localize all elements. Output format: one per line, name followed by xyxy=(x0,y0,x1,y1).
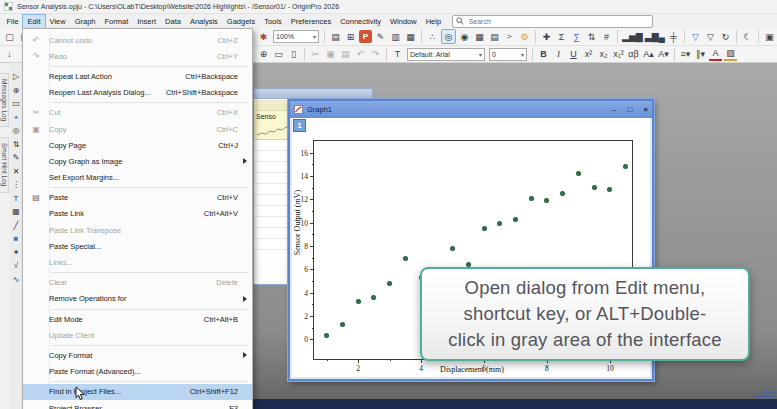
statistics-icon[interactable]: ∑ xyxy=(570,30,583,43)
menu-data[interactable]: Data xyxy=(161,15,186,28)
edit-menu-item-set-export-margins[interactable]: Set Export Margins... xyxy=(23,170,252,186)
line-tool-icon[interactable]: ╱ xyxy=(14,222,19,230)
menu-format[interactable]: Format xyxy=(100,15,133,28)
column-chart-icon[interactable]: ▂▅▇ xyxy=(622,30,643,43)
menu-view[interactable]: View xyxy=(45,15,70,28)
edit-menu-item-remove-operations-for[interactable]: Remove Operations for xyxy=(23,291,252,307)
font-style-icon[interactable]: T xyxy=(391,48,404,61)
reader-tool-icon[interactable]: ◎ xyxy=(13,127,20,135)
dark-mode-icon[interactable]: ☾ xyxy=(741,30,754,43)
feature-link[interactable]: >>Fe xyxy=(756,388,775,397)
data-point[interactable] xyxy=(324,333,329,338)
edit-menu-item-copy-page[interactable]: Copy PageCtrl+J xyxy=(23,137,252,153)
edit-menu-item-copy-graph-as-image[interactable]: Copy Graph as Image xyxy=(23,153,252,169)
undo-icon[interactable]: ↶ xyxy=(354,48,367,61)
data-selector-tool-icon[interactable]: ⇅ xyxy=(13,141,20,149)
data-point[interactable] xyxy=(340,322,345,327)
equation-tool-icon[interactable]: √ xyxy=(14,262,18,270)
crosshair-tool-icon[interactable]: + xyxy=(14,114,19,122)
zoom-data-icon[interactable]: ◉ xyxy=(458,30,471,43)
menu-graph[interactable]: Graph xyxy=(70,15,100,28)
add-column-icon[interactable]: ✚ xyxy=(540,30,553,43)
increase-font-button[interactable]: A▴ xyxy=(642,48,655,61)
close-button[interactable]: × xyxy=(643,106,648,114)
edit-menu-item-paste[interactable]: ▤PasteCtrl+V xyxy=(23,190,252,206)
cut-icon[interactable]: ✂ xyxy=(309,48,322,61)
menu-preferences[interactable]: Preferences xyxy=(286,15,335,28)
new-project-icon[interactable]: ▢ xyxy=(3,30,16,43)
zoom-tool-icon[interactable]: ◎ xyxy=(441,29,456,44)
reimport-icon[interactable]: ↻ xyxy=(719,30,732,43)
edit-menu-item-paste-link[interactable]: Paste LinkCtrl+Alt+V xyxy=(23,206,252,222)
edit-menu-item-reopen-last-analysis-dialog[interactable]: Reopen Last Analysis Dialog...Ctrl+Shift… xyxy=(23,85,252,101)
menu-help[interactable]: Help xyxy=(421,15,445,28)
font-size-select[interactable]: 0▾ xyxy=(489,48,527,61)
new-layout-icon[interactable]: ▭ xyxy=(272,48,285,61)
subscript-button[interactable]: x₂ xyxy=(597,48,610,61)
dock-tab-messages-log[interactable]: Messages Log xyxy=(0,73,9,127)
spacing-menu-button[interactable]: ∥▾ xyxy=(694,48,707,61)
menu-insert[interactable]: Insert xyxy=(133,15,161,28)
underline-button[interactable]: U xyxy=(567,48,580,61)
format-numbers-icon[interactable]: # xyxy=(600,30,613,43)
graph-window-title-bar[interactable]: Graph1 – □ × xyxy=(290,101,652,118)
edit-menu-item-project-browser[interactable]: Project Browser...F3 xyxy=(23,400,252,409)
edit-menu-item-paste-format-advanced[interactable]: Paste Format (Advanced)... xyxy=(23,364,252,380)
align-menu-button[interactable]: ≡▾ xyxy=(679,48,692,61)
menu-analysis[interactable]: Analysis xyxy=(185,15,222,28)
edit-menu-item-paste-special[interactable]: Paste Special... xyxy=(23,238,252,254)
search-input[interactable] xyxy=(467,17,641,26)
mask-tool-icon[interactable]: ✕ xyxy=(13,168,20,176)
histogram-icon[interactable]: ▃▇▄ xyxy=(645,30,665,43)
data-point[interactable] xyxy=(592,185,597,190)
filter-icon[interactable]: ▽ xyxy=(689,30,702,43)
minimize-button[interactable]: – xyxy=(612,106,616,114)
layer-badge[interactable]: 1 xyxy=(293,119,306,132)
import-wizard-icon[interactable]: ↓ xyxy=(3,48,16,61)
rectangle-tool-icon[interactable]: ▦ xyxy=(12,208,20,216)
font-color-button[interactable]: A xyxy=(709,48,722,61)
menu-file[interactable]: File xyxy=(2,15,23,28)
clipped-toolbar-icon[interactable]: ▣ xyxy=(763,30,776,43)
star-tool-icon[interactable]: ✶ xyxy=(13,249,20,257)
sum-column-icon[interactable]: Σ xyxy=(555,30,568,43)
fill-color-button[interactable]: ▨ xyxy=(724,48,737,61)
data-point[interactable] xyxy=(497,221,502,226)
run-script-icon[interactable]: ✱ xyxy=(257,30,270,43)
italic-button[interactable]: I xyxy=(552,48,565,61)
maximize-button[interactable]: □ xyxy=(627,106,632,114)
script-window-icon[interactable]: ＞ xyxy=(503,30,516,43)
pointer-tool-icon[interactable]: ▷ xyxy=(13,73,19,81)
bold-button[interactable]: B xyxy=(537,48,550,61)
window-gallery-icon[interactable]: ▦ xyxy=(404,30,417,43)
menu-connectivity[interactable]: Connectivity xyxy=(336,15,386,28)
project-explorer-icon[interactable]: ∴ xyxy=(426,30,439,43)
data-point[interactable] xyxy=(560,191,565,196)
color-swatch-icon[interactable]: ■ xyxy=(14,235,19,243)
sort-icon[interactable]: ⇅ xyxy=(585,30,598,43)
box-chart-icon[interactable]: ╪ xyxy=(667,30,680,43)
curve-tool-icon[interactable]: ∿ xyxy=(13,276,20,284)
zoom-in-tool-icon[interactable]: ⊕ xyxy=(13,87,20,95)
sheet-edit-icon[interactable]: ▤ xyxy=(488,30,501,43)
edit-menu-item-find-in-project-files[interactable]: Find in Project Files...Ctrl+Shift+F12 xyxy=(23,384,252,400)
menu-tools[interactable]: Tools xyxy=(260,15,287,28)
worksheet-icon[interactable]: ▦ xyxy=(473,30,486,43)
subsuperscript-button[interactable]: x₁² xyxy=(612,48,625,61)
edit-menu-item-edit-mode[interactable]: Edit ModeCtrl+Alt+B xyxy=(23,311,252,327)
data-point[interactable] xyxy=(371,295,376,300)
text-tool-icon[interactable]: T xyxy=(14,195,19,203)
font-select[interactable]: Default: Arial▾ xyxy=(407,48,485,61)
data-point[interactable] xyxy=(607,187,612,192)
draw-tool-icon[interactable]: ✎ xyxy=(13,154,20,162)
data-point[interactable] xyxy=(513,217,518,222)
search-box[interactable] xyxy=(452,15,653,28)
data-point[interactable] xyxy=(450,246,455,251)
filter-clear-icon[interactable]: ▽ xyxy=(704,30,717,43)
cascade-windows-icon[interactable]: ▥ xyxy=(389,30,402,43)
zoom-level-select[interactable]: 100%▾ xyxy=(273,30,319,43)
print-icon[interactable]: ▤ xyxy=(329,30,342,43)
edit-menu-item-repeat-last-action[interactable]: Repeat Last ActionCtrl+Backspace xyxy=(23,68,252,84)
menu-edit[interactable]: Edit xyxy=(23,15,45,28)
data-point[interactable] xyxy=(387,281,392,286)
